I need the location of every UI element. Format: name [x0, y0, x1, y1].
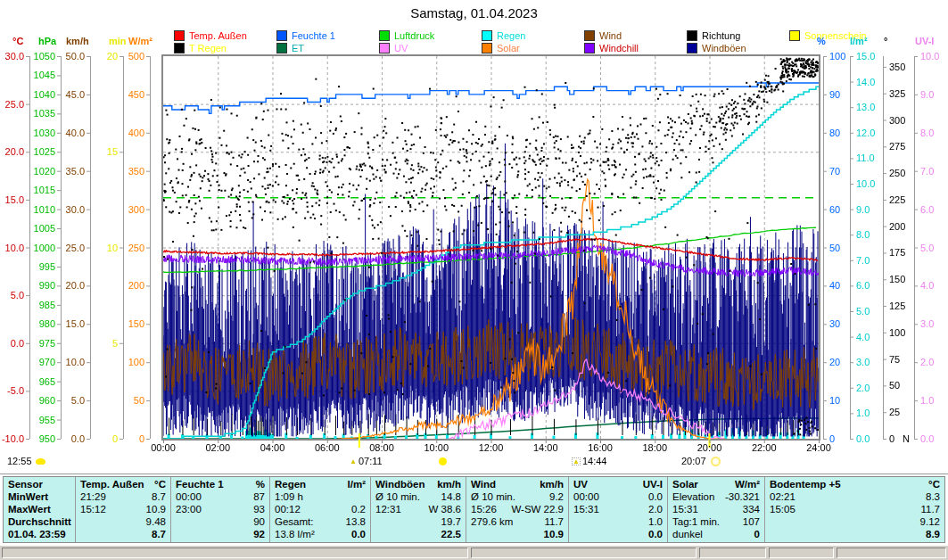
- status-panel-2: [699, 548, 766, 558]
- status-panel-1: [471, 548, 697, 558]
- status-panel-4: [837, 548, 946, 558]
- x-tick-label: 12:00: [472, 442, 511, 453]
- stats-cell-value: 0.0: [351, 528, 366, 540]
- stats-col-name: Solar: [672, 478, 698, 490]
- legend-item-et[interactable]: ET: [276, 42, 304, 54]
- legend-label: Richtung: [702, 30, 740, 41]
- stats-cell-label: 23:00: [176, 503, 202, 515]
- sun-marker: [439, 457, 447, 465]
- stats-cell-value: 0: [754, 528, 760, 540]
- stats-panel: SensorMinWertMaxWertDurchschnitt01.04. 2…: [0, 474, 948, 543]
- stats-cell-label: 15:31: [573, 503, 599, 515]
- stats-cell-value: 90: [253, 515, 265, 528]
- stats-cell-label: 00:00: [176, 490, 202, 503]
- stats-col-unit: °C: [928, 478, 940, 490]
- legend-color-box: [482, 43, 492, 54]
- stats-col-unit: km/h: [540, 478, 564, 490]
- stats-cell-value: 11.7: [920, 503, 940, 515]
- axis-unit-right-2: °: [884, 36, 887, 46]
- legend-item-windb-en[interactable]: Windböen: [687, 42, 746, 54]
- stats-cell-value: W-SW 22.9: [511, 503, 564, 515]
- stats-col-temp-au-en: Temp. Außen°C21:298.715:1210.99.488.7: [75, 477, 170, 542]
- stats-col-wind: Windkm/hØ 10 min.9.215:26W-SW 22.9279.6 …: [466, 477, 568, 542]
- stats-cell-value: 0.2: [351, 503, 366, 515]
- x-tick-label: 00:00: [144, 442, 183, 453]
- moon-icon: [36, 458, 45, 465]
- stats-col-feuchte-1: Feuchte 1%00:008723:00939092: [170, 477, 269, 542]
- axis-unit-left-2: km/h: [66, 36, 89, 46]
- stats-col-unit: °C: [154, 478, 166, 490]
- stats-cell-label: 15:05: [770, 503, 795, 515]
- x-tick-label: 06:00: [308, 442, 347, 453]
- moonrise-time-label: ▲ 14:44: [572, 456, 606, 466]
- legend-color-box: [174, 30, 185, 41]
- legend-item-wind[interactable]: Wind: [584, 29, 622, 41]
- stats-cell-value: 2.0: [648, 503, 663, 515]
- axis-unit-left-0: °C: [12, 36, 23, 46]
- sun-icon: [439, 457, 447, 465]
- legend-item-luftdruck[interactable]: Luftdruck: [379, 29, 434, 41]
- stats-cell-value: 8.7: [152, 490, 166, 503]
- legend-item-feuchte-1[interactable]: Feuchte 1: [276, 29, 335, 41]
- stats-cell-value: 93: [253, 503, 265, 515]
- stats-col-unit: %: [256, 478, 265, 490]
- stats-cell-value: 87: [253, 490, 265, 503]
- legend-label: Solar: [497, 43, 520, 54]
- axis-unit-right-3: UV-I: [915, 36, 934, 46]
- sunset-time: 20:07: [681, 456, 706, 466]
- stats-cell-value: 107: [743, 515, 760, 528]
- stats-cell-value: 11.7: [544, 515, 564, 528]
- stats-cell-label: 1:09 h: [275, 490, 303, 503]
- stats-cell-label: Tag:1 min.: [672, 515, 720, 528]
- stats-cell-value: 92: [253, 528, 265, 540]
- legend-item-richtung[interactable]: Richtung: [687, 29, 740, 41]
- legend-label: Luftdruck: [394, 30, 434, 41]
- legend-color-box: [379, 30, 390, 41]
- stats-cell-value: 14.8: [441, 490, 461, 503]
- stats-cell-value: 13.8: [346, 515, 366, 528]
- legend-item-solar[interactable]: Solar: [482, 42, 520, 54]
- legend-item-uv[interactable]: UV: [379, 42, 408, 54]
- x-tick-label: 20:00: [690, 442, 730, 453]
- stats-cell-label: 15:26: [471, 503, 497, 515]
- stats-cell-label: 279.6 km: [471, 515, 513, 528]
- x-tick-label: 04:00: [253, 442, 293, 453]
- weather-chart-canvas: [0, 0, 948, 475]
- stats-cell-value: 8.3: [926, 490, 940, 503]
- stats-cell-label: 00:00: [573, 490, 599, 503]
- stats-col-name: Feuchte 1: [176, 478, 224, 490]
- stats-col-windb-en: Windböenkm/hØ 10 min.14.812:31W 38.619.7…: [370, 477, 466, 542]
- stats-cell-value: 0.0: [648, 528, 663, 540]
- x-tick-label: 24:00: [799, 442, 838, 453]
- stats-cell-label: 15:12: [80, 503, 106, 515]
- legend-item-regen[interactable]: Regen: [482, 29, 525, 41]
- stats-cell-value: 10.9: [146, 503, 166, 515]
- stats-cell-label: Gesamt:: [275, 515, 313, 528]
- stats-cell-label: 13.8 l/m²: [275, 528, 315, 540]
- stats-col-name: Temp. Außen: [80, 478, 144, 490]
- legend-label: T Regen: [189, 43, 227, 54]
- stats-col-unit: W/m²: [735, 478, 760, 490]
- stats-cell-label: Ø 10 min.: [471, 490, 515, 503]
- legend-label: ET: [292, 43, 304, 54]
- stats-cell-value: 9.48: [146, 515, 166, 528]
- sunset-time-label: 20:07: [681, 456, 721, 466]
- stats-col-regen: Regenl/m²1:09 h00:120.2Gesamt:13.813.8 l…: [269, 477, 370, 542]
- stats-cell-label: Ø 10 min.: [375, 490, 420, 503]
- stats-cell-value: W 38.6: [429, 503, 461, 515]
- axis-unit-left-4: W/m²: [128, 36, 153, 46]
- stats-cell-value: 9.12: [920, 515, 940, 528]
- stats-cell-value: 10.9: [544, 528, 564, 540]
- legend-color-box: [174, 43, 185, 54]
- legend-item-temp-au-en[interactable]: Temp. Außen: [174, 29, 247, 41]
- stats-cell-value: 19.7: [441, 515, 461, 528]
- legend-item-windchill[interactable]: Windchill: [584, 42, 639, 54]
- x-tick-label: 18:00: [635, 442, 674, 453]
- stats-cell-value: 8.7: [152, 528, 166, 540]
- stats-col-unit: l/m²: [348, 478, 366, 490]
- stats-cell-label: 00:12: [275, 503, 301, 515]
- legend-label: UV: [394, 43, 408, 54]
- legend-label: Feuchte 1: [292, 30, 335, 41]
- legend-color-box: [276, 43, 287, 54]
- legend-item-t-regen[interactable]: T Regen: [174, 42, 227, 54]
